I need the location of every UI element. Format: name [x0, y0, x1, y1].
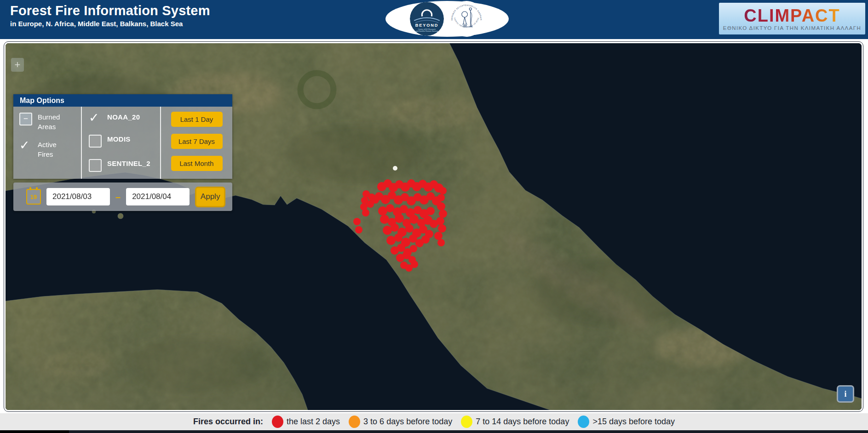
legend-label: the last 2 days [287, 417, 340, 427]
fire-marker[interactable] [434, 232, 443, 240]
fire-marker[interactable] [439, 210, 447, 218]
fire-marker[interactable] [421, 235, 430, 244]
fire-marker[interactable] [386, 236, 396, 245]
bottom-strip [0, 430, 868, 433]
app-header: Forest Fire Information System in Europe… [0, 0, 868, 39]
map-options-panel: Map Options –Burned Areas✓Active Fires ✓… [13, 94, 232, 179]
page: Forest Fire Information System in Europe… [0, 0, 868, 433]
legend-dot-icon [578, 416, 589, 428]
fire-marker[interactable] [362, 209, 369, 216]
satellite-toggle-modis[interactable]: MODIS [89, 134, 160, 148]
fire-marker[interactable] [438, 224, 446, 233]
last-7-days-button[interactable]: Last 7 Days [171, 134, 223, 149]
legend-title: Fires occurred in: [193, 417, 263, 427]
fire-marker[interactable] [430, 220, 438, 228]
legend-item: the last 2 days [272, 416, 340, 428]
apply-button[interactable]: Apply [195, 187, 225, 207]
fire-marker[interactable] [355, 226, 362, 234]
satellites-column: ✓NOAA_20MODISSENTINEL_2 [82, 107, 161, 179]
climpact-title: CLIMPACT [744, 7, 840, 24]
check-icon: ✓ [19, 140, 30, 151]
fire-marker[interactable] [353, 218, 361, 225]
last-1-day-button[interactable]: Last 1 Day [171, 112, 223, 127]
date-range-panel: 19 – Apply [13, 182, 232, 211]
satellite-label: NOAA_20 [107, 112, 140, 123]
map-info-button[interactable]: i [837, 385, 854, 403]
fire-marker[interactable] [409, 215, 419, 224]
layer-checkbox-burned-areas[interactable]: – [19, 112, 38, 131]
date-to-input[interactable] [126, 188, 190, 205]
fire-marker[interactable] [383, 226, 392, 235]
layer-label: Active Fires [38, 140, 71, 159]
fire-marker[interactable] [437, 194, 445, 201]
last-month-button[interactable]: Last Month [171, 156, 223, 171]
page-subtitle: in Europe, N. Africa, Middle East, Balka… [10, 20, 210, 28]
layer-toggle-active-fires[interactable]: ✓Active Fires [19, 140, 81, 159]
legend-label: >15 days before today [592, 417, 675, 427]
climpact-logo: CLIMPACT ΕΘΝΙΚΟ ΔΙΚΤΥΟ ΓΙΑ ΤΗΝ ΚΛΙΜΑΤΙΚΗ… [719, 3, 865, 34]
fire-marker[interactable] [372, 196, 379, 204]
satellite-label: SENTINEL_2 [107, 159, 150, 172]
satellite-map[interactable]: + Map Options –Burned Areas✓Active Fires… [6, 43, 862, 410]
fires-legend: Fires occurred in: the last 2 days3 to 6… [0, 413, 868, 430]
legend-dot-icon [461, 416, 472, 428]
svg-text:BEYOND: BEYOND [415, 23, 439, 28]
satellite-toggle-noaa-20[interactable]: ✓NOAA_20 [89, 112, 160, 123]
legend-item: >15 days before today [578, 416, 675, 428]
satellite-label: MODIS [107, 134, 131, 148]
beyond-logo-icon: BEYOND Centre of EO Research and Satelli… [410, 2, 444, 36]
quick-ranges-column: Last 1 DayLast 7 DaysLast Month [161, 107, 232, 179]
fire-marker[interactable] [391, 223, 399, 232]
header-titles: Forest Fire Information System in Europe… [10, 3, 210, 28]
layers-column: –Burned Areas✓Active Fires [13, 107, 82, 179]
fire-marker[interactable] [395, 214, 404, 223]
beyond-logo: BEYOND Centre of EO Research and Satelli… [410, 2, 444, 36]
indeterminate-checkbox-icon: – [19, 113, 32, 125]
fire-marker[interactable] [426, 207, 435, 215]
map-options-title: Map Options [13, 94, 232, 107]
fire-marker[interactable] [410, 245, 417, 252]
layer-label: Burned Areas [38, 112, 71, 131]
check-icon: ✓ [89, 112, 99, 123]
legend-item: 7 to 14 days before today [461, 416, 569, 428]
date-from-input[interactable] [46, 188, 110, 205]
page-title: Forest Fire Information System [10, 3, 210, 18]
satellite-checkbox-modis[interactable] [89, 134, 107, 148]
legend-dot-icon [272, 416, 283, 428]
legend-label: 7 to 14 days before today [476, 417, 569, 427]
fire-marker[interactable] [378, 206, 387, 216]
fire-marker[interactable] [437, 239, 445, 246]
fire-marker[interactable] [439, 187, 447, 194]
empty-checkbox-icon [89, 135, 102, 148]
noa-logo-icon: ΕΘΝΙΚΟΝ ΑΣΤΕΡΟΣΚΟΠΕΙΟΝ ΑΘΗΝΩΝ NATIONAL O… [448, 1, 484, 37]
fire-marker[interactable] [380, 215, 389, 224]
fire-marker[interactable] [437, 202, 445, 211]
satellite-checkbox-sentinel-2[interactable] [89, 159, 107, 172]
fire-marker[interactable] [394, 234, 402, 242]
noa-logo: ΕΘΝΙΚΟΝ ΑΣΤΕΡΟΣΚΟΠΕΙΟΝ ΑΘΗΝΩΝ NATIONAL O… [448, 1, 484, 37]
legend-label: 3 to 6 days before today [363, 417, 452, 427]
legend-item: 3 to 6 days before today [349, 416, 452, 428]
empty-checkbox-icon [89, 159, 102, 172]
satellite-checkbox-noaa-20[interactable]: ✓ [89, 112, 107, 123]
legend-dot-icon [349, 416, 360, 428]
date-range-separator: – [115, 192, 121, 202]
svg-text:Centre of EO Research: Centre of EO Research [418, 28, 436, 30]
zoom-in-control[interactable]: + [11, 58, 24, 72]
calendar-day: 19 [30, 194, 37, 200]
satellite-toggle-sentinel-2[interactable]: SENTINEL_2 [89, 159, 160, 172]
map-options-body: –Burned Areas✓Active Fires ✓NOAA_20MODIS… [13, 107, 232, 179]
partner-logos: BEYOND Centre of EO Research and Satelli… [385, 1, 509, 37]
cloud-dot [393, 166, 397, 171]
calendar-icon[interactable]: 19 [26, 189, 41, 205]
climpact-subtitle: ΕΘΝΙΚΟ ΔΙΚΤΥΟ ΓΙΑ ΤΗΝ ΚΛΙΜΑΤΙΚΗ ΑΛΛΑΓΗ [723, 25, 861, 31]
fire-marker[interactable] [411, 261, 418, 268]
layer-toggle-burned-areas[interactable]: –Burned Areas [19, 112, 81, 131]
layer-checkbox-active-fires[interactable]: ✓ [19, 140, 38, 159]
svg-text:and Satellite Remote Sensing: and Satellite Remote Sensing [416, 30, 438, 32]
fire-marker[interactable] [405, 224, 414, 233]
map-frame: + Map Options –Burned Areas✓Active Fires… [4, 41, 863, 412]
